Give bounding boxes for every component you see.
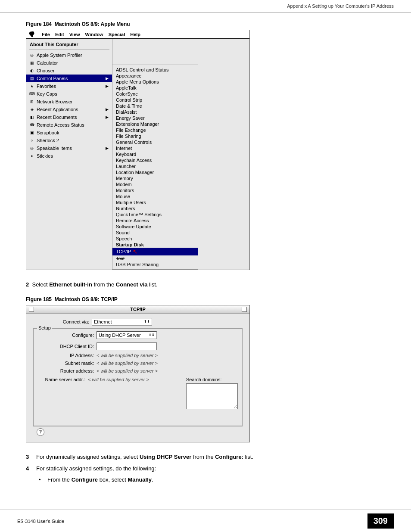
cp-energy-saver[interactable]: Energy Saver	[112, 115, 198, 121]
menu-item-sherlock[interactable]: ○ Sherlock 2	[26, 137, 112, 144]
cp-general-controls[interactable]: General Controls	[112, 139, 198, 145]
ip-address-value: < will be supplied by server >	[97, 353, 158, 358]
cp-remote-access[interactable]: Remote Access	[112, 218, 198, 224]
menu-item-scrapbook[interactable]: ▣ Scrapbook	[26, 129, 112, 137]
menu-file[interactable]: File	[42, 32, 50, 37]
menu-item-network-browser[interactable]: ⊞ Network Browser	[26, 98, 112, 106]
two-col-section: Name server addr.: < will be supplied by…	[38, 377, 238, 410]
menu-item-remote-access[interactable]: ☎ Remote Access Status	[26, 121, 112, 129]
favorites-arrow: ▶	[106, 84, 109, 88]
page-number: 309	[367, 513, 394, 529]
menu-item-profiler[interactable]: ◎ Apple System Profiler	[26, 51, 112, 59]
cp-file-sharing[interactable]: File Sharing	[112, 133, 198, 139]
cp-tcp-ip[interactable]: TCP/IP ↖	[112, 248, 198, 255]
tcpip-close-button[interactable]	[29, 307, 34, 312]
cp-quicktime[interactable]: QuickTime™ Settings	[112, 212, 198, 218]
menu-separator-1	[29, 50, 109, 50]
cp-adsl[interactable]: ADSL Control and Status	[112, 67, 198, 73]
menu-item-favorites[interactable]: ★ Favorites ▶	[26, 82, 112, 90]
menu-item-chooser[interactable]: ◐ Chooser	[26, 67, 112, 75]
cp-extensions-manager[interactable]: Extensions Manager	[112, 121, 198, 127]
network-browser-icon: ⊞	[29, 99, 35, 105]
cp-appletalk[interactable]: AppleTalk	[112, 85, 198, 91]
cp-sound[interactable]: Sound	[112, 230, 198, 236]
cp-appearance[interactable]: Appearance	[112, 73, 198, 79]
cp-keychain-access[interactable]: Keychain Access	[112, 157, 198, 163]
dhcp-client-id-input[interactable]	[97, 342, 157, 350]
router-address-label: Router address:	[38, 368, 94, 373]
help-icon[interactable]: ?	[37, 428, 44, 436]
cp-dialassist[interactable]: DialAssist	[112, 109, 198, 115]
menu-item-recent-docs[interactable]: ◧ Recent Documents ▶	[26, 113, 112, 121]
cp-location-manager[interactable]: Location Manager	[112, 169, 198, 175]
menu-item-speakable[interactable]: ◎ Speakable Items ▶	[26, 144, 112, 152]
cp-apple-menu-options[interactable]: Apple Menu Options	[112, 79, 198, 85]
cp-date-time[interactable]: Date & Time	[112, 103, 198, 109]
annotation-arrow-icon: ↖	[133, 248, 138, 255]
sherlock-icon: ○	[29, 137, 35, 143]
cp-mouse[interactable]: Mouse	[112, 193, 198, 199]
cp-numbers[interactable]: Numbers	[112, 205, 198, 212]
cp-startup-disk[interactable]: Startup Disk	[112, 242, 198, 248]
menu-item-control-panels[interactable]: ▤ Control Panels ▶	[26, 75, 112, 82]
subnet-mask-value: < will be supplied by server >	[97, 361, 158, 366]
menu-item-recent-apps[interactable]: ◈ Recent Applications ▶	[26, 106, 112, 113]
step3: 3 For dynamically assigned settings, sel…	[26, 453, 385, 462]
tcpip-body: Connect via: Ethernet ⬆⬇ Setup Configure…	[26, 314, 249, 442]
connect-via-row: Connect via: Ethernet ⬆⬇	[33, 318, 243, 326]
menu-help[interactable]: Help	[130, 32, 140, 37]
cp-memory[interactable]: Memory	[112, 175, 198, 181]
menu-item-about[interactable]: About This Computer	[26, 40, 112, 48]
menu-item-stickies[interactable]: ♦ Stickies	[26, 152, 112, 160]
name-server-label: Name server addr.:	[38, 377, 85, 382]
speakable-arrow: ▶	[106, 146, 109, 150]
cp-keyboard[interactable]: Keyboard	[112, 151, 198, 157]
setup-label: Setup	[37, 325, 52, 330]
configure-select[interactable]: Using DHCP Server ⬆⬇	[97, 331, 157, 339]
cp-launcher[interactable]: Launcher	[112, 163, 198, 169]
cp-text[interactable]: Text	[112, 255, 198, 261]
dhcp-client-id-label: DHCP Client ID:	[38, 344, 94, 349]
chooser-icon: ◐	[29, 68, 35, 74]
recent-apps-icon: ◈	[29, 106, 35, 112]
dhcp-client-id-row: DHCP Client ID:	[38, 342, 238, 350]
page-header: Appendix A Setting up Your Computer's IP…	[0, 0, 411, 12]
cp-colorsync[interactable]: ColorSync	[112, 91, 198, 97]
menu-special[interactable]: Special	[109, 32, 125, 37]
menu-item-keycaps[interactable]: ⌨ Key Caps	[26, 90, 112, 98]
menu-bar: File Edit View Window Special Help	[26, 30, 249, 39]
figure185-screenshot: TCP/IP Connect via: Ethernet ⬆⬇ Setup Co…	[26, 305, 250, 442]
menu-window[interactable]: Window	[85, 32, 103, 37]
apple-logo-icon	[29, 31, 35, 37]
configure-arrow-icon: ⬆⬇	[149, 333, 155, 337]
cp-speech[interactable]: Speech	[112, 236, 198, 242]
menu-view[interactable]: View	[69, 32, 80, 37]
cp-modem[interactable]: Modem	[112, 181, 198, 187]
cp-monitors[interactable]: Monitors	[112, 187, 198, 193]
tcpip-footer: ?	[33, 426, 243, 438]
name-server-value: < will be supplied by server >	[88, 377, 149, 382]
calculator-icon: ▦	[29, 60, 35, 66]
router-address-value: < will be supplied by server >	[97, 368, 158, 373]
setup-section: Setup Configure: Using DHCP Server ⬆⬇ DH…	[33, 328, 243, 426]
recent-docs-icon: ◧	[29, 114, 35, 120]
cp-internet[interactable]: Internet	[112, 145, 198, 151]
connect-via-arrow-icon: ⬆⬇	[144, 320, 150, 324]
router-address-row: Router address: < will be supplied by se…	[38, 368, 238, 373]
cp-software-update[interactable]: Software Update	[112, 224, 198, 230]
cp-multiple-users[interactable]: Multiple Users	[112, 199, 198, 205]
cp-usb-printer-sharing[interactable]: USB Printer Sharing	[112, 261, 198, 268]
menu-edit[interactable]: Edit	[55, 32, 64, 37]
steps-3-4: 3 For dynamically assigned settings, sel…	[26, 453, 385, 485]
subnet-mask-label: Subnet mask:	[38, 361, 94, 366]
search-domains-input[interactable]	[186, 383, 238, 409]
cp-control-strip[interactable]: Control Strip	[112, 97, 198, 103]
cp-file-exchange[interactable]: File Exchange	[112, 127, 198, 133]
subnet-mask-row: Subnet mask: < will be supplied by serve…	[38, 361, 238, 366]
ip-address-row: IP Address: < will be supplied by server…	[38, 353, 238, 358]
connect-via-select[interactable]: Ethernet ⬆⬇	[92, 318, 152, 326]
tcpip-resize-button[interactable]	[242, 307, 247, 312]
menu-item-calculator[interactable]: ▦ Calculator	[26, 59, 112, 67]
header-title: Appendix A Setting up Your Computer's IP…	[287, 3, 394, 9]
recent-docs-arrow: ▶	[106, 115, 109, 119]
